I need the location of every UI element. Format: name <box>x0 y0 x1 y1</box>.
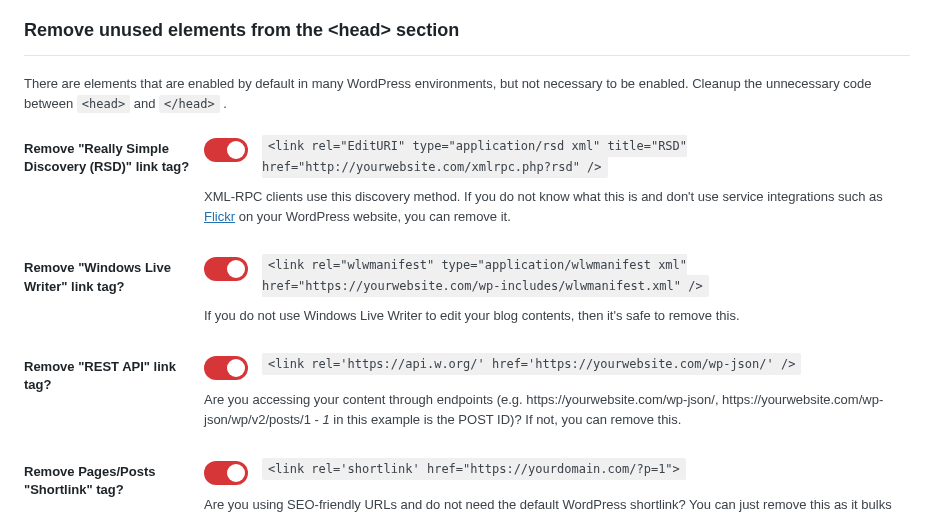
code-head-open: <head> <box>77 95 130 113</box>
toggle-wlw[interactable] <box>204 257 248 281</box>
toggle-knob <box>227 260 245 278</box>
link-flickr[interactable]: Flickr <box>204 209 235 224</box>
setting-label-shortlink: Remove Pages/Posts "Shortlink" tag? <box>24 459 204 499</box>
toggle-knob <box>227 359 245 377</box>
setting-desc-rsd: XML-RPC clients use this discovery metho… <box>204 187 910 227</box>
desc-text: on your WordPress website, you can remov… <box>235 209 511 224</box>
setting-row: Remove "REST API" link tag? <link rel='h… <box>24 354 910 430</box>
desc-text: in this example is the POST ID)? If not,… <box>330 412 682 427</box>
setting-label-restapi: Remove "REST API" link tag? <box>24 354 204 394</box>
code-head-close: </head> <box>159 95 220 113</box>
desc-text: XML-RPC clients use this discovery metho… <box>204 189 883 204</box>
toggle-restapi[interactable] <box>204 356 248 380</box>
desc-text: . <box>223 96 227 111</box>
setting-desc-shortlink: Are you using SEO-friendly URLs and do n… <box>204 495 910 515</box>
setting-row: Remove "Really Simple Discovery (RSD)" l… <box>24 136 910 227</box>
toggle-rsd[interactable] <box>204 138 248 162</box>
setting-desc-wlw: If you do not use Windows Live Writer to… <box>204 306 910 326</box>
setting-row: Remove "Windows Live Writer" link tag? <… <box>24 255 910 326</box>
code-snippet-wlw: <link rel="wlwmanifest" type="applicatio… <box>262 254 709 296</box>
code-snippet-rsd: <link rel="EditURI" type="application/rs… <box>262 135 687 177</box>
setting-label-wlw: Remove "Windows Live Writer" link tag? <box>24 255 204 295</box>
setting-desc-restapi: Are you accessing your content through e… <box>204 390 910 430</box>
section-description: There are elements that are enabled by d… <box>24 74 910 114</box>
section-title: Remove unused elements from the <head> s… <box>24 20 910 41</box>
setting-row: Remove Pages/Posts "Shortlink" tag? <lin… <box>24 459 910 515</box>
code-snippet-restapi: <link rel='https://api.w.org/' href='htt… <box>262 353 801 375</box>
toggle-knob <box>227 141 245 159</box>
toggle-shortlink[interactable] <box>204 461 248 485</box>
setting-label-rsd: Remove "Really Simple Discovery (RSD)" l… <box>24 136 204 176</box>
toggle-knob <box>227 464 245 482</box>
desc-text: and <box>134 96 159 111</box>
desc-em: 1 <box>323 412 330 427</box>
code-snippet-shortlink: <link rel='shortlink' href="https://your… <box>262 458 686 480</box>
section-divider <box>24 55 910 56</box>
